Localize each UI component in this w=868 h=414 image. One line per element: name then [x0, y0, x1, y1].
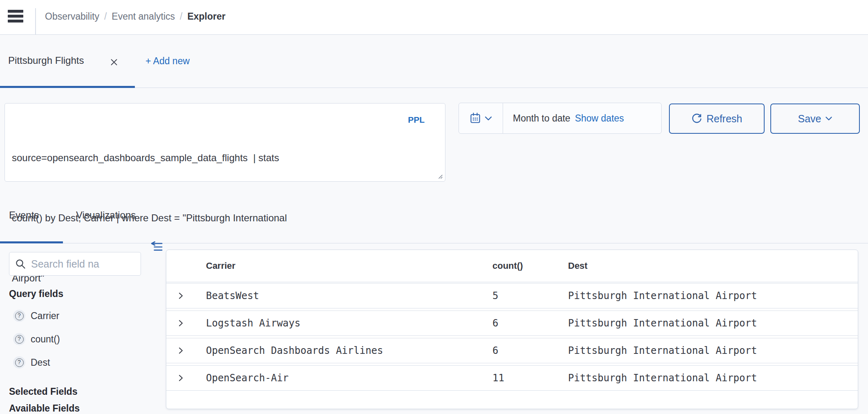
- field-search: [9, 252, 141, 276]
- active-tab-underline: [0, 86, 135, 88]
- results-table: Carrier count() Dest BeatsWest 5 Pittsbu…: [166, 250, 858, 409]
- tab-pittsburgh-flights[interactable]: Pittsburgh Flights: [8, 55, 84, 66]
- query-input[interactable]: source=opensearch_dashboards_sample_data…: [4, 103, 445, 182]
- question-in-circle-icon: ?: [13, 356, 25, 369]
- expand-row-icon[interactable]: [176, 319, 185, 328]
- breadcrumb-explorer: Explorer: [187, 11, 225, 22]
- ppl-language-link[interactable]: PPL: [408, 115, 425, 125]
- cell-count: 6: [481, 345, 557, 356]
- field-item[interactable]: ? Carrier: [13, 310, 60, 322]
- field-name: Dest: [31, 357, 50, 368]
- date-range-label[interactable]: Month to date: [513, 113, 570, 124]
- table-body: BeatsWest 5 Pittsburgh International Air…: [166, 282, 858, 391]
- cell-carrier: Logstash Airways: [195, 317, 481, 329]
- column-header-carrier[interactable]: Carrier: [195, 261, 481, 271]
- date-picker: Month to date Show dates: [459, 103, 662, 134]
- table-row[interactable]: BeatsWest 5 Pittsburgh International Air…: [166, 283, 858, 308]
- save-button[interactable]: Save: [770, 104, 860, 134]
- calendar-icon: [470, 112, 481, 124]
- show-dates-link[interactable]: Show dates: [575, 113, 624, 124]
- cell-carrier: OpenSearch-Air: [195, 372, 481, 384]
- table-header: Carrier count() Dest: [166, 250, 858, 282]
- save-button-label: Save: [798, 113, 821, 125]
- field-name: count(): [31, 334, 60, 345]
- column-header-count[interactable]: count(): [481, 261, 557, 271]
- cell-carrier: BeatsWest: [195, 290, 481, 302]
- column-header-dest[interactable]: Dest: [557, 261, 858, 271]
- collapse-sidebar-icon[interactable]: [150, 241, 163, 251]
- table-row[interactable]: OpenSearch-Air 11 Pittsburgh Internation…: [166, 365, 858, 391]
- question-in-circle-icon: ?: [13, 333, 25, 345]
- quick-select-button[interactable]: [459, 103, 503, 133]
- chevron-down-icon: [825, 117, 832, 121]
- cell-count: 6: [481, 317, 557, 329]
- cell-dest: Pittsburgh International Airport: [557, 372, 858, 384]
- textarea-resize-handle[interactable]: [436, 173, 443, 179]
- cell-count: 11: [481, 372, 557, 384]
- menu-icon[interactable]: [8, 10, 23, 23]
- breadcrumb-separator: /: [104, 11, 107, 22]
- breadcrumb-observability[interactable]: Observability: [45, 11, 99, 22]
- chevron-down-icon: [485, 116, 492, 121]
- selected-fields-heading: Selected Fields: [9, 386, 77, 397]
- cell-dest: Pittsburgh International Airport: [557, 317, 858, 329]
- add-new-tab-button[interactable]: + Add new: [145, 56, 190, 67]
- query-fields-heading: Query fields: [9, 288, 63, 299]
- field-item[interactable]: ? Dest: [13, 356, 60, 369]
- breadcrumb-separator: /: [180, 11, 182, 22]
- search-icon: [15, 259, 26, 270]
- date-range-display: Month to date Show dates: [503, 103, 661, 133]
- expand-row-icon[interactable]: [176, 374, 185, 382]
- available-fields-heading: Available Fields: [9, 403, 80, 414]
- cell-dest: Pittsburgh International Airport: [557, 345, 858, 356]
- cell-dest: Pittsburgh International Airport: [557, 290, 858, 302]
- refresh-icon: [691, 113, 702, 124]
- refresh-button[interactable]: Refresh: [669, 104, 765, 134]
- close-tab-icon[interactable]: [109, 57, 119, 68]
- field-name: Carrier: [31, 310, 59, 322]
- tab-visualizations[interactable]: Visualizations: [76, 209, 136, 221]
- explorer-app: Observability / Event analytics / Explor…: [0, 0, 868, 414]
- breadcrumb: Observability / Event analytics / Explor…: [45, 0, 226, 33]
- top-header: Observability / Event analytics / Explor…: [0, 0, 868, 35]
- refresh-button-label: Refresh: [707, 113, 743, 125]
- header-divider: [35, 8, 36, 34]
- search-input[interactable]: [26, 258, 136, 270]
- field-item[interactable]: ? count(): [13, 333, 60, 345]
- events-tab-underline: [0, 241, 63, 243]
- query-fields-list: ? Carrier ? count() ? Dest: [13, 310, 60, 369]
- cell-count: 5: [481, 290, 557, 302]
- table-row[interactable]: OpenSearch Dashboards Airlines 6 Pittsbu…: [166, 338, 858, 363]
- breadcrumb-event-analytics[interactable]: Event analytics: [112, 11, 175, 22]
- cell-carrier: OpenSearch Dashboards Airlines: [195, 345, 481, 356]
- expand-row-icon[interactable]: [176, 346, 185, 355]
- expand-row-icon[interactable]: [176, 291, 185, 300]
- question-in-circle-icon: ?: [13, 310, 25, 322]
- tab-events[interactable]: Events: [9, 209, 39, 221]
- table-row[interactable]: Logstash Airways 6 Pittsburgh Internatio…: [166, 310, 858, 336]
